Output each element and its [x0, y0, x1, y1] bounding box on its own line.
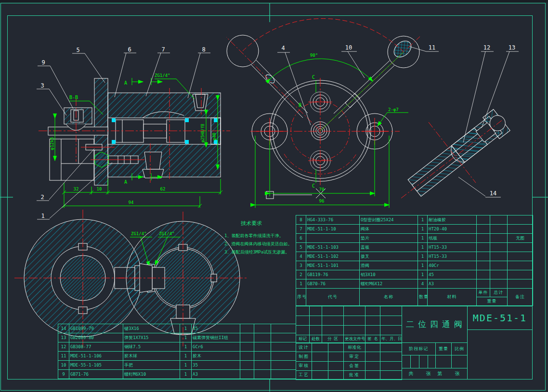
rev-count-label: 处数 [310, 335, 322, 343]
parts-material: 胶木 [192, 352, 240, 361]
parts-row: 12 GB308-77 钢球7.5 1 GCr6 [58, 342, 296, 352]
cut-label-c-bottom: C [312, 183, 315, 189]
bom-remark [508, 261, 533, 270]
bom-header-code: 代号 [306, 289, 360, 306]
bom-qty: 4 [418, 279, 428, 289]
weight-label: 重量 [436, 343, 452, 355]
bom-code: GB70-76 [306, 279, 360, 289]
approve-chk-label: 审定 [344, 352, 365, 361]
bom-row: 1 GB70-76 螺钉M6X12 4 A3 [296, 279, 533, 289]
parts-code: GB1099-79 [69, 324, 123, 333]
bom-material: HT15-33 [428, 243, 477, 252]
dim-2phi7: 2-φ7 [388, 107, 399, 112]
bom-material: 耐油橡胶 [428, 215, 477, 225]
parts-code: MDE-51-1-106 [69, 352, 123, 361]
callout-6: 6 [128, 46, 131, 53]
callout-1: 1 [41, 213, 44, 219]
front-leaders [277, 47, 439, 125]
cut-label-a-top: A [124, 80, 127, 86]
sign-row-draft: 制图 审定 [296, 352, 402, 361]
parts-unit-weight [240, 342, 254, 352]
stage-row: 阶段标记 重量 比例 [402, 342, 468, 355]
callout-12: 12 [483, 44, 490, 51]
cut-label-a-bottom: A [124, 179, 127, 185]
cut-label-c-top: C [312, 75, 315, 80]
bom-code: MDE-51-1-101 [306, 261, 360, 270]
parts-code: MDE-55-1-105 [69, 361, 123, 370]
bom-material: 45 [428, 270, 477, 279]
bom-code: MDE-51-1-10 [306, 225, 360, 234]
bom-no: 6 [296, 234, 306, 243]
bom-part-name: 销3X10 [360, 270, 418, 279]
bom-qty: 1 [418, 215, 428, 225]
bom-part-name: 盖板 [360, 243, 418, 252]
bom-row: 2 GB119-76 销3X10 1 45 [296, 270, 533, 279]
callout-4: 4 [281, 45, 285, 51]
cad-drawing-sheet: 32 10 62 94 φ12k6 φ25H8/f8 φ40 A A B-B Z… [0, 0, 548, 392]
thread-label-left-circle: ZG1/4" [131, 231, 147, 236]
callout-8: 8 [202, 46, 205, 53]
parts-total-weight [254, 361, 271, 370]
bom-total-weight [490, 279, 508, 289]
parts-remark [271, 361, 296, 370]
bom-total-weight [490, 270, 508, 279]
bom-no: 4 [296, 252, 306, 261]
revision-header-row: 标记 处数 分 区 更改文件号 签 名 年、月、日 [296, 335, 402, 343]
bom-unit-weight [477, 225, 490, 234]
bom-total-weight [490, 234, 508, 243]
parts-code: GB71-76 [69, 370, 123, 379]
tech-requirements: 技术要求 1、装配前各零件须清洗干净。 2、滑阀在阀体内移动须灵活自如。 3、装… [224, 220, 292, 254]
bom-unit-weight [477, 279, 490, 289]
bom-material: 40Cr [428, 261, 477, 270]
bom-unit-weight [477, 270, 490, 279]
parts-no: 10 [58, 361, 69, 370]
parts-qty: 1 [180, 370, 192, 379]
parts-unit-weight [240, 361, 254, 370]
bom-total-weight [490, 243, 508, 252]
revision-empty-row [296, 326, 402, 335]
bom-table-lower: 14 GB1099-79 键3X16 1 45 13 GB2089-80 弹簧1… [58, 324, 296, 379]
bom-remark [508, 270, 533, 279]
bom-total-weight [490, 215, 508, 225]
parts-remark [271, 352, 296, 361]
parts-unit-weight [240, 333, 254, 342]
parts-name: 胶木球 [123, 352, 180, 361]
bom-unit-weight [477, 243, 490, 252]
callout-5: 5 [76, 47, 79, 53]
revision-empty-row [296, 316, 402, 326]
callout-14: 14 [490, 190, 496, 197]
parts-material: A3 [192, 370, 240, 379]
tech-req-line3: 3、装配后须经3MPa试压无渗漏。 [224, 250, 289, 254]
parts-total-weight [254, 352, 271, 361]
tech-req-line1: 1、装配前各零件须清洗干净。 [224, 233, 283, 238]
front-view: 90° C C B 2-φ7 70 96 4 10 11 [226, 19, 439, 208]
sign-row-process: 工艺 批准 [296, 370, 402, 379]
thread-label-top: ZG1/4" [155, 73, 170, 78]
sign-row-design: 设计 标准化 [296, 343, 402, 352]
bom-header-unit: 单件 [477, 289, 490, 297]
rev-doc-label: 更改文件号 [344, 335, 365, 343]
bom-qty: 1 [418, 225, 428, 234]
parts-material: 碳素弹簧钢丝II组 [192, 333, 240, 342]
dim-94: 94 [129, 200, 134, 205]
bom-qty: 1 [418, 243, 428, 252]
bom-part-name: 滑阀 [360, 261, 418, 270]
parts-total-weight [254, 342, 271, 352]
parts-qty: 1 [180, 324, 192, 333]
callout-10: 10 [345, 44, 352, 51]
bom-part-name: 拨叉 [360, 252, 418, 261]
callout-3: 3 [40, 82, 44, 89]
bom-part-name: 螺钉M6X12 [360, 279, 418, 289]
bom-unit-weight [477, 252, 490, 261]
bom-row: 7 MDE-51-1-10 阀体 1 HT20-40 [296, 225, 533, 234]
bom-header-row: 序号 代号 名称 数量 材料 单件 总计 备注 [296, 289, 533, 297]
bom-remark [508, 252, 533, 261]
thread-label-right-circle: ZG1/4" [159, 231, 175, 236]
design-label: 设计 [296, 343, 312, 352]
parts-material: 45 [192, 324, 240, 333]
bom-qty: 1 [418, 270, 428, 279]
bom-qty: 1 [418, 252, 428, 261]
bom-code: MDE-51-1-102 [306, 252, 360, 261]
section-bb-label: B-B [69, 95, 78, 100]
bom-table-upper: 8 HG4-333-76 O型密封圈25X24 1 耐油橡胶 7 MDE-51-… [296, 215, 533, 306]
